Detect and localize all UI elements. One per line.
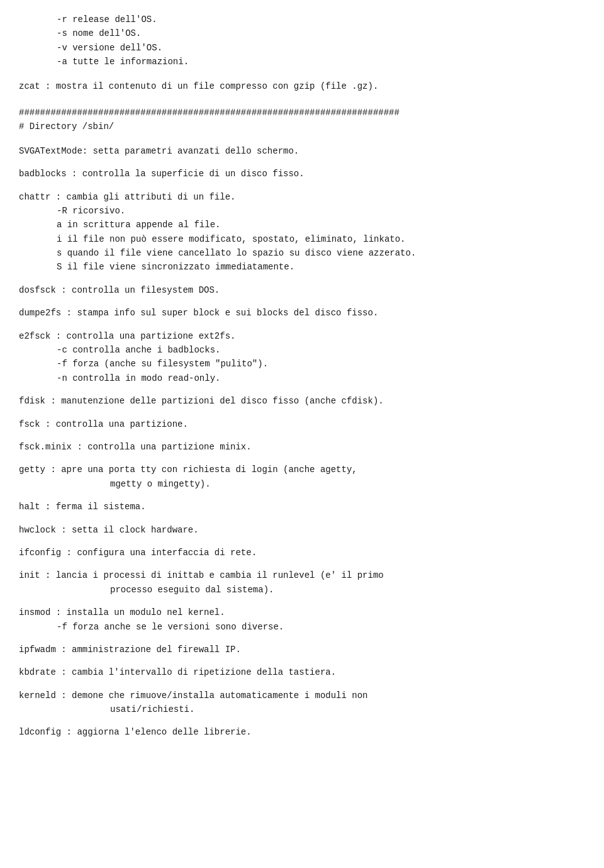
cmd-init: init : lancia i processi di inittab e ca… [19, 568, 585, 597]
cmd-kerneld-line2: usati/richiesti. [110, 702, 585, 716]
cmd-kbdrate: kbdrate : cambia l'intervallo di ripetiz… [19, 665, 585, 679]
intro-line-s: -s nome dell'OS. [57, 26, 585, 40]
cmd-e2fsck-text: e2fsck : controlla una partizione ext2fs… [19, 329, 585, 343]
cmd-e2fsck-sub3: -n controlla in modo read-only. [57, 371, 585, 385]
cmd-kbdrate-text: kbdrate : cambia l'intervallo di ripetiz… [19, 667, 336, 677]
intro-block: -r release dell'OS. -s nome dell'OS. -v … [19, 13, 585, 69]
cmd-e2fsck-sub1: -c controlla anche i badblocks. [57, 343, 585, 357]
intro-line-a: -a tutte le informazioni. [57, 55, 585, 69]
cmd-fsck: fsck : controlla una partizione. [19, 417, 585, 431]
cmd-ifconfig-text: ifconfig : configura una interfaccia di … [19, 548, 257, 558]
page-content: -r release dell'OS. -s nome dell'OS. -v … [19, 13, 585, 740]
cmd-e2fsck-sub2: -f forza (anche su filesystem "pulito"). [57, 357, 585, 371]
commands-block: SVGATextMode: setta parametri avanzati d… [19, 144, 585, 740]
cmd-dosfsck: dosfsck : controlla un filesystem DOS. [19, 283, 585, 297]
cmd-ldconfig-text: ldconfig : aggiorna l'elenco delle libre… [19, 727, 252, 737]
cmd-chattr-sub5: S il file viene sincronizzato immediatam… [57, 260, 585, 274]
cmd-chattr-text: chattr : cambia gli attributi di un file… [19, 190, 585, 204]
cmd-kerneld: kerneld : demone che rimuove/installa au… [19, 689, 585, 717]
separator-line: ########################################… [19, 106, 585, 120]
cmd-chattr-sub2: a in scrittura appende al file. [57, 218, 585, 232]
cmd-ipfwadm-text: ipfwadm : amministrazione del firewall I… [19, 645, 241, 655]
cmd-fdisk-text: fdisk : manutenzione delle partizioni de… [19, 396, 384, 406]
zcat-text: zcat : mostra il contenuto di un file co… [19, 81, 378, 91]
cmd-dumpe2fs: dumpe2fs : stampa info sul super block e… [19, 306, 585, 320]
cmd-ldconfig: ldconfig : aggiorna l'elenco delle libre… [19, 725, 585, 739]
cmd-chattr-sub4: s quando il file viene cancellato lo spa… [57, 246, 585, 260]
cmd-fsck-minix: fsck.minix : controlla una partizione mi… [19, 440, 585, 454]
cmd-chattr-sub3: i il file non può essere modificato, spo… [57, 232, 585, 246]
cmd-hwclock: hwclock : setta il clock hardware. [19, 523, 585, 537]
cmd-badblocks: badblocks : controlla la superficie di u… [19, 167, 585, 181]
cmd-chattr: chattr : cambia gli attributi di un file… [19, 190, 585, 274]
cmd-chattr-sub1: -R ricorsivo. [57, 204, 585, 218]
cmd-dosfsck-text: dosfsck : controlla un filesystem DOS. [19, 285, 220, 295]
intro-line-v: -v versione dell'OS. [57, 41, 585, 55]
cmd-init-line2: processo eseguito dal sistema). [110, 583, 585, 597]
cmd-ipfwadm: ipfwadm : amministrazione del firewall I… [19, 643, 585, 657]
cmd-halt-text: halt : ferma il sistema. [19, 502, 146, 512]
cmd-insmod-sub1: -f forza anche se le versioni sono diver… [57, 620, 585, 634]
cmd-init-line1: init : lancia i processi di inittab e ca… [19, 568, 585, 582]
cmd-getty: getty : apre una porta tty con richiesta… [19, 463, 585, 491]
directory-heading: # Directory /sbin/ [19, 120, 585, 133]
cmd-fdisk: fdisk : manutenzione delle partizioni de… [19, 394, 585, 408]
cmd-svgatextmode: SVGATextMode: setta parametri avanzati d… [19, 144, 585, 158]
cmd-kerneld-line1: kerneld : demone che rimuove/installa au… [19, 689, 585, 702]
cmd-getty-line1: getty : apre una porta tty con richiesta… [19, 463, 585, 476]
zcat-entry: zcat : mostra il contenuto di un file co… [19, 79, 585, 93]
intro-line-r: -r release dell'OS. [57, 13, 585, 26]
cmd-getty-line2: mgetty o mingetty). [110, 477, 585, 491]
cmd-fsck-text: fsck : controlla una partizione. [19, 419, 188, 429]
cmd-fsck-minix-text: fsck.minix : controlla una partizione mi… [19, 442, 252, 452]
cmd-ifconfig: ifconfig : configura una interfaccia di … [19, 546, 585, 560]
cmd-insmod: insmod : installa un modulo nel kernel. … [19, 606, 585, 634]
separator-block: ########################################… [19, 106, 585, 134]
cmd-dumpe2fs-text: dumpe2fs : stampa info sul super block e… [19, 308, 378, 318]
cmd-e2fsck: e2fsck : controlla una partizione ext2fs… [19, 329, 585, 386]
cmd-insmod-text: insmod : installa un modulo nel kernel. [19, 606, 585, 619]
cmd-hwclock-text: hwclock : setta il clock hardware. [19, 525, 199, 535]
cmd-badblocks-text: badblocks : controlla la superficie di u… [19, 169, 305, 179]
cmd-svgatextmode-text: SVGATextMode: setta parametri avanzati d… [19, 146, 299, 156]
cmd-halt: halt : ferma il sistema. [19, 500, 585, 514]
